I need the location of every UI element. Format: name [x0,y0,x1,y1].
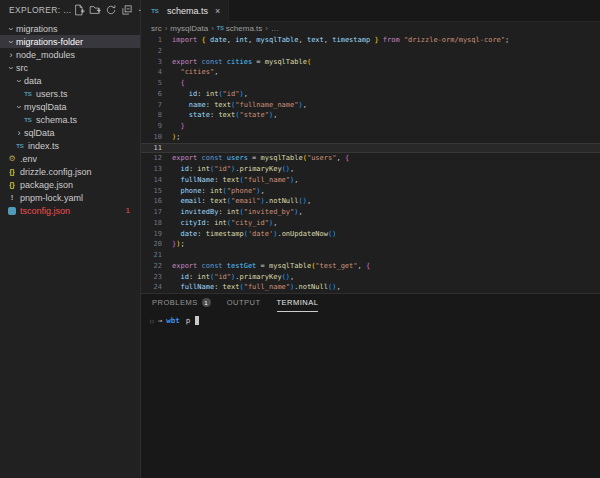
tree-item-label: data [24,76,42,86]
tree-item-schema-ts[interactable]: TSschema.ts [0,113,140,126]
tree-item-mysqldata[interactable]: ›mysqlData [0,100,140,113]
code-text: fullName: text("full_name").notNull(), [172,282,341,293]
terminal-cursor [195,316,199,325]
prompt-status-icon: ○ [150,317,154,324]
terminal-content[interactable]: ○ → wbt p [141,312,600,325]
tree-item-migrations-folder[interactable]: ›migrations-folder [0,35,140,48]
tree-item-label: sqlData [24,128,55,138]
explorer-title: EXPLORER: … [9,5,72,15]
tree-item-node-modules[interactable]: ›node_modules [0,48,140,61]
code-text: { [172,78,185,89]
line-number: 7 [141,100,172,111]
tree-item-label: package.json [20,180,73,190]
tsconfig-box [8,207,16,215]
terminal-typed-command: p [186,316,191,325]
code-text: phone: int("phone"), [172,186,265,197]
typescript-file-icon: TS [22,91,34,97]
line-number: 3 [141,57,172,68]
code-line-9: 9 } [141,121,600,132]
code-line-7: 7 name: text("fullname_name"), [141,100,600,111]
breadcrumb: src›mysqlData›TSschema.ts›… [141,22,600,34]
yaml-file-icon: ! [6,193,18,202]
tree-item-pnpm-lock-yaml[interactable]: !pnpm-lock.yaml [0,191,140,204]
chevron-right-icon[interactable]: › [14,128,24,138]
code-line-21: 21 [141,250,600,261]
code-text: name: text("fullname_name"), [172,100,307,111]
chevron-down-icon[interactable]: › [6,63,16,73]
chevron-down-icon[interactable]: › [6,37,16,47]
breadcrumb-separator-icon: › [265,24,268,33]
code-line-4: 4 "cities", [141,67,600,78]
line-number: 13 [141,164,172,175]
line-number: 10 [141,132,172,143]
tree-item-migrations[interactable]: ›migrations [0,22,140,35]
tree-item--env[interactable]: ⚙.env [0,152,140,165]
typescript-file-icon: TS [217,25,224,31]
explorer-toolbar: ⋯ [72,3,150,17]
code-text: invitedBy: int("invited_by"), [172,207,303,218]
tree-item-sqldata[interactable]: ›sqlData [0,126,140,139]
tree-item-package-json[interactable]: {}package.json [0,178,140,191]
new-folder-icon[interactable] [88,3,102,17]
code-editor[interactable]: 1import { date, int, mysqlTable, text, t… [141,34,600,293]
json-file-icon: {} [6,181,18,188]
panel-tab-problems[interactable]: PROBLEMS1 [152,294,211,312]
line-number: 24 [141,282,172,293]
panel-tab-label: PROBLEMS [152,298,198,307]
tree-item-label: users.ts [36,89,68,99]
collapse-folders-icon[interactable] [120,3,134,17]
tree-item-tsconfig-json[interactable]: tsconfig.json1 [0,204,140,217]
bottom-panel: PROBLEMS1OUTPUTTERMINAL ○ → wbt p [141,293,600,478]
line-number: 12 [141,153,172,164]
chevron-right-icon[interactable]: › [6,50,16,60]
tab-schema-ts[interactable]: TS schema.ts × [141,0,229,22]
breadcrumb-item-src[interactable]: src [151,24,162,33]
code-line-13: 13 id: int("id").primaryKey(), [141,164,600,175]
typescript-file-icon: TS [22,117,34,123]
line-number: 8 [141,110,172,121]
line-number: 17 [141,207,172,218]
breadcrumb-item-schema-ts[interactable]: TSschema.ts [217,24,263,33]
panel-tab-label: TERMINAL [277,298,319,307]
line-number: 9 [141,121,172,132]
line-number: 4 [141,67,172,78]
typescript-file-icon: TS [14,143,26,149]
tree-item-index-ts[interactable]: TSindex.ts [0,139,140,152]
tree-item-src[interactable]: ›src [0,61,140,74]
code-text: "cities", [172,67,218,78]
code-text: date: timestamp('date').onUpdateNow() [172,229,336,240]
new-file-icon[interactable] [72,3,86,17]
breadcrumb-label: src [151,24,162,33]
code-line-12: 12export const users = mysqlTable("users… [141,153,600,164]
breadcrumb-label: schema.ts [226,24,262,33]
typescript-file-icon: TS [149,8,161,14]
tree-item-data[interactable]: ›data [0,74,140,87]
tree-item-drizzle-config-json[interactable]: {}drizzle.config.json [0,165,140,178]
breadcrumb-item--[interactable]: … [271,24,279,33]
code-line-16: 16 email: text("email").notNull(), [141,196,600,207]
code-line-14: 14 fullName: text("full_name"), [141,175,600,186]
code-text: export const testGet = mysqlTable("test_… [172,261,370,272]
code-line-22: 22export const testGet = mysqlTable("tes… [141,261,600,272]
code-line-20: 20}); [141,239,600,250]
chevron-down-icon[interactable]: › [14,102,24,112]
code-text: } [172,121,185,132]
panel-tab-output[interactable]: OUTPUT [227,294,261,312]
line-number: 15 [141,186,172,197]
tree-item-users-ts[interactable]: TSusers.ts [0,87,140,100]
panel-tab-terminal[interactable]: TERMINAL [277,294,319,312]
code-text: state: text("state"), [172,110,277,121]
breadcrumb-item-mysqldata[interactable]: mysqlData [170,24,208,33]
explorer-sidebar: EXPLORER: … ⋯ ›migrations›migrations-fol… [0,0,141,478]
close-tab-icon[interactable]: × [215,6,220,16]
line-number: 20 [141,239,172,250]
refresh-explorer-icon[interactable] [104,3,118,17]
line-number: 11 [141,143,172,154]
line-number: 22 [141,261,172,272]
chevron-down-icon[interactable]: › [6,24,16,34]
chevron-down-icon[interactable]: › [14,76,24,86]
tree-item-label: node_modules [16,50,75,60]
explorer-header: EXPLORER: … ⋯ [0,0,140,20]
panel-tab-label: OUTPUT [227,298,261,307]
tree-item-label: .env [20,154,37,164]
